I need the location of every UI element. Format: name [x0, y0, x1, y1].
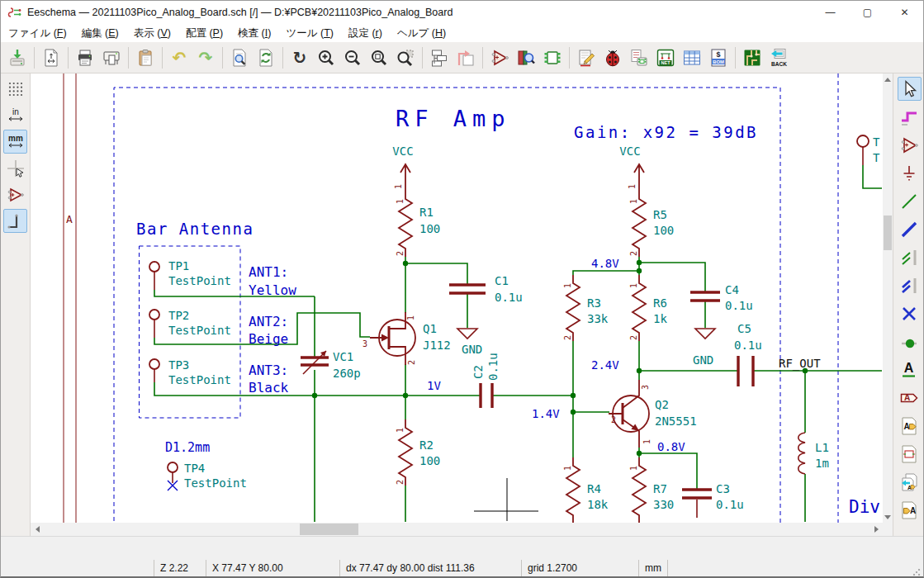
horizontal-scroll-thumb[interactable] — [300, 524, 358, 535]
menu-preferences[interactable]: 設定 (r) — [341, 24, 390, 42]
find-button[interactable] — [227, 45, 252, 70]
highlight-net-button[interactable] — [898, 105, 922, 129]
orthogonal-wires-button[interactable] — [3, 209, 27, 233]
vertical-scroll-thumb[interactable] — [884, 216, 892, 250]
scroll-left-arrow[interactable] — [31, 523, 44, 536]
horizontal-scrollbar[interactable] — [31, 523, 883, 536]
leave-sheet-button[interactable] — [453, 45, 478, 70]
place-global-label-button[interactable]: A — [898, 386, 922, 410]
save-button[interactable] — [5, 45, 30, 70]
cursor-shape-button[interactable] — [3, 156, 27, 180]
units-mm-button[interactable]: mm — [3, 130, 27, 154]
hierarchy-navigator-button[interactable] — [427, 45, 452, 70]
scrollbar-corner — [883, 523, 893, 536]
sch-text-c4-ref: C4 — [725, 283, 739, 296]
sch-text-net-0v8: 0.8V — [657, 440, 685, 453]
minimize-button[interactable]: — — [812, 1, 849, 24]
erc-button[interactable] — [600, 45, 625, 70]
bus-to-bus-entry-button[interactable] — [898, 273, 922, 297]
page-settings-button[interactable] — [39, 45, 64, 70]
sch-text-ant1-line2: Yellow — [249, 282, 296, 298]
sch-text-ant2-line1: ANT2: — [249, 314, 288, 329]
redraw-button[interactable]: ↻ — [287, 45, 312, 70]
menu-inspect[interactable]: 検査 (I) — [230, 24, 278, 42]
place-text-button[interactable]: A — [898, 358, 922, 381]
place-hierarchical-sheet-button[interactable] — [898, 442, 922, 466]
place-sheet-pin-button[interactable]: A — [898, 498, 922, 522]
zoom-out-button[interactable] — [340, 45, 365, 70]
zoom-in-button[interactable] — [314, 45, 339, 70]
hidden-pins-button[interactable] — [3, 182, 27, 206]
place-wire-button[interactable] — [898, 189, 922, 213]
svg-text:$: $ — [716, 50, 720, 59]
menu-help[interactable]: ヘルプ (H) — [390, 24, 453, 42]
symbol-browser-button[interactable] — [514, 45, 538, 70]
pcbnew-button[interactable] — [740, 45, 765, 70]
scroll-down-arrow[interactable] — [883, 511, 893, 523]
status-separator — [154, 560, 154, 578]
sch-text-c3-val: 0.1u — [716, 498, 744, 511]
status-separator — [206, 560, 206, 578]
status-bar: Z 2.22 X 77.47 Y 80.00 dx 77.47 dy 80.00… — [1, 536, 923, 578]
zoom-fit-button[interactable] — [367, 45, 391, 70]
menu-tools[interactable]: ツール (T) — [278, 24, 341, 42]
sch-text-tp2-ref: TP2 — [168, 309, 189, 322]
toolbar-separator — [735, 47, 736, 69]
netlist-button[interactable]: NET — [653, 45, 678, 70]
no-connect-button[interactable] — [898, 301, 922, 325]
menu-edit[interactable]: 編集 (E) — [74, 24, 126, 42]
find-replace-button[interactable] — [254, 45, 278, 70]
menu-view[interactable]: 表示 (V) — [126, 24, 178, 42]
place-hierarchical-label-button[interactable]: A — [898, 414, 922, 438]
symbol-editor-button[interactable] — [487, 45, 512, 70]
paste-button[interactable] — [133, 45, 158, 70]
sch-text-r2-pin1: 1 — [396, 428, 405, 433]
zoom-selection-button[interactable] — [393, 45, 418, 70]
place-symbol-button[interactable] — [898, 133, 922, 157]
sch-text-div-title: Div — [849, 497, 880, 517]
maximize-button[interactable]: ▢ — [849, 1, 886, 24]
wire-to-bus-entry-button[interactable] — [898, 245, 922, 269]
sch-text-r7-ref: R7 — [653, 482, 667, 495]
annotate-button[interactable] — [574, 45, 599, 70]
sch-text-net-1v4: 1.4V — [532, 407, 560, 420]
plot-button[interactable] — [99, 45, 124, 70]
status-units: mm — [645, 562, 661, 574]
assign-footprints-button[interactable] — [627, 45, 652, 70]
scroll-right-arrow[interactable] — [870, 523, 883, 536]
sch-text-r6-pin2: 2 — [629, 335, 638, 340]
place-power-port-button[interactable] — [898, 161, 922, 185]
sch-text-gain-note: Gain: x92 = 39dB — [574, 123, 758, 141]
window-title: Eeschema — 20211103Pico_Analog_Board.sch… — [27, 7, 453, 18]
menu-place[interactable]: 配置 (P) — [178, 24, 230, 42]
vertical-scrollbar[interactable] — [883, 73, 893, 523]
back-annotate-button[interactable]: BACK — [766, 45, 791, 70]
redo-button[interactable]: ↷ — [193, 45, 218, 70]
sch-text-vcc-1: VCC — [392, 144, 413, 158]
units-inches-button[interactable]: in — [3, 103, 27, 127]
resize-grip[interactable] — [912, 568, 921, 576]
edit-symbol-fields-button[interactable] — [680, 45, 704, 70]
undo-button[interactable]: ↶ — [167, 45, 192, 70]
schematic-canvas[interactable]: RF AmpGain: x92 = 39dBBar AntennaVCCVCCR… — [31, 73, 883, 536]
sch-text-c5-val: 0.1u — [734, 339, 762, 352]
sch-text-c2-val: 0.1u — [486, 353, 500, 381]
footprint-editor-button[interactable] — [540, 45, 565, 70]
print-button[interactable] — [73, 45, 97, 70]
select-tool-button[interactable] — [898, 77, 922, 101]
sch-text-c1-val: 0.1u — [495, 291, 523, 304]
sch-text-r7-pin1: 1 — [629, 466, 638, 471]
grid-toggle-button[interactable] — [3, 77, 27, 101]
sch-text-r3-pin2: 2 — [563, 335, 572, 340]
place-bus-button[interactable] — [898, 217, 922, 241]
svg-text:NET: NET — [661, 59, 671, 64]
sch-text-r5-pin2: 2 — [629, 251, 638, 256]
import-sheet-pin-button[interactable]: A — [898, 470, 922, 494]
menu-file[interactable]: ファイル (F) — [1, 24, 74, 42]
bom-button[interactable]: $BOM — [706, 45, 731, 70]
scroll-up-arrow[interactable] — [883, 73, 893, 85]
status-cursor-position: X 77.47 Y 80.00 — [212, 562, 283, 574]
sch-text-q1-pin1: 1 — [406, 315, 415, 320]
place-junction-button[interactable] — [898, 329, 922, 353]
close-button[interactable]: ✕ — [886, 1, 923, 24]
